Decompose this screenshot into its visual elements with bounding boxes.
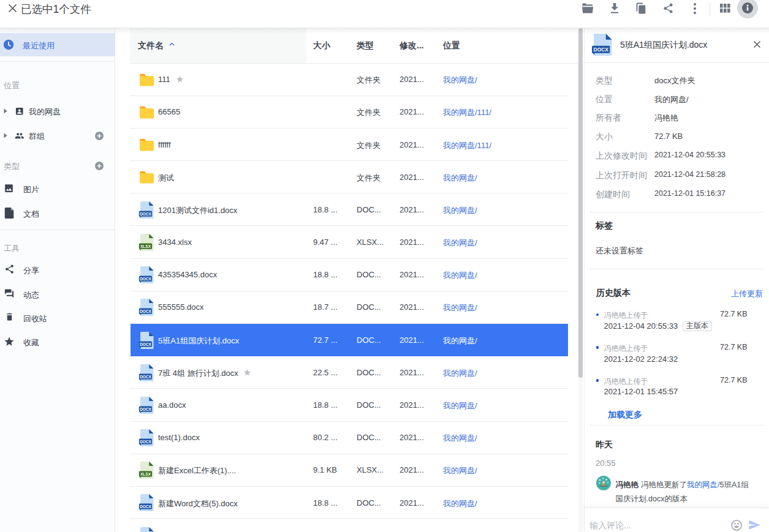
svg-text:XLSX: XLSX <box>140 472 151 476</box>
svg-text:DOCX: DOCX <box>140 277 151 281</box>
svg-text:DOCX: DOCX <box>140 309 151 313</box>
svg-text:DOCX: DOCX <box>140 407 151 411</box>
svg-text:XLSX: XLSX <box>140 244 151 249</box>
svg-text:DOCX: DOCX <box>140 211 151 215</box>
svg-text:DOCX: DOCX <box>140 342 151 346</box>
svg-text:DOCX: DOCX <box>140 504 151 509</box>
svg-text:DOCX: DOCX <box>140 374 151 378</box>
svg-text:DOCX: DOCX <box>593 47 608 53</box>
svg-text:DOCX: DOCX <box>140 440 151 444</box>
